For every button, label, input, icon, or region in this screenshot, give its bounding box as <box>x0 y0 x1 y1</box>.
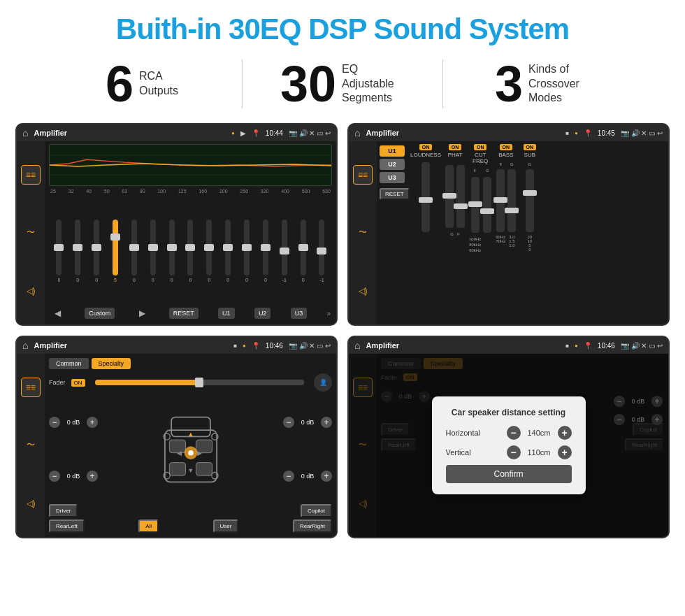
eq-bottom-controls[interactable]: ◀ Custom ▶ RESET U1 U2 U3 » <box>49 303 332 322</box>
eq-graph <box>49 144 332 186</box>
tab-specialty[interactable]: Specialty <box>92 358 131 369</box>
wave-icon-3[interactable]: 〜 <box>21 436 41 455</box>
preset-u3[interactable]: U3 <box>380 172 405 183</box>
phat-slider-f[interactable] <box>456 165 465 228</box>
eq-slider-14[interactable]: -1 <box>313 220 331 282</box>
eq-slider-4[interactable]: 0 <box>125 220 143 282</box>
profile-icon[interactable]: 👤 <box>314 373 332 392</box>
eq-u2-button[interactable]: U2 <box>254 308 271 319</box>
vertical-minus-button[interactable]: − <box>507 445 521 459</box>
screen-crossover: ⌂ Amplifier ■ ● 📍 10:45 📷 🔊 ✕ ▭ ↩ ≡≡ 〜 ◁… <box>347 123 670 326</box>
amp-content-row: U1 U2 U3 RESET ON LOUDNESS <box>377 141 542 324</box>
screen-dialog: ⌂ Amplifier ■ ● 📍 10:46 📷 🔊 ✕ ▭ ↩ ≡≡ 〜 ◁… <box>347 336 670 538</box>
rearright-button[interactable]: RearRight <box>293 520 332 533</box>
svg-text:▲: ▲ <box>187 431 194 438</box>
vol-plus-tr[interactable]: + <box>321 417 332 428</box>
eq-icon-2[interactable]: ≡≡ <box>353 165 373 185</box>
speaker-icon-3[interactable]: ◁) <box>21 494 41 513</box>
screen3-sidebar: ≡≡ 〜 ◁) <box>17 354 45 537</box>
eq-slider-1[interactable]: 0 <box>69 220 87 282</box>
speaker-tabs: Common Specialty <box>49 358 332 369</box>
eq-slider-13[interactable]: 0 <box>294 220 312 282</box>
sub-g-slider[interactable] <box>526 169 534 232</box>
horizontal-stepper: − 140cm + <box>507 426 572 440</box>
vol-minus-tl[interactable]: − <box>49 417 60 428</box>
cutfreq-f-slider[interactable] <box>471 177 480 233</box>
cutfreq-g-slider[interactable] <box>483 177 491 233</box>
tab-common[interactable]: Common <box>49 358 89 369</box>
vol-minus-tr[interactable]: − <box>283 417 294 428</box>
wave-icon[interactable]: 〜 <box>21 223 41 243</box>
wave-icon-2[interactable]: 〜 <box>353 223 373 243</box>
eq-slider-0[interactable]: 0 <box>50 220 68 282</box>
user-button[interactable]: User <box>213 520 239 533</box>
preset-u2[interactable]: U2 <box>380 159 405 170</box>
eq-slider-2[interactable]: 0 <box>88 220 106 282</box>
eq-next-button[interactable]: ▶ <box>135 306 150 320</box>
cutfreq-on[interactable]: ON <box>474 144 487 150</box>
speaker-main: Common Specialty Fader ON 👤 − <box>45 354 336 537</box>
loudness-col: ON LOUDNESS <box>410 144 441 322</box>
amp-controls: ON LOUDNESS ON PHAT <box>408 141 542 324</box>
bass-f-slider[interactable] <box>496 169 505 232</box>
eq-slider-8[interactable]: 0 <box>201 220 218 282</box>
screen-eq: ⌂ Amplifier ● ▶ 📍 10:44 📷 🔊 ✕ ▭ ↩ ≡≡ 〜 ◁… <box>15 123 338 326</box>
screen-speaker: ⌂ Amplifier ■ ● 📍 10:46 📷 🔊 ✕ ▭ ↩ ≡≡ 〜 ◁… <box>15 336 338 538</box>
horizontal-minus-button[interactable]: − <box>507 426 521 440</box>
eq-prev-button[interactable]: ◀ <box>50 306 65 320</box>
vol-value-tl: 0 dB <box>63 419 84 426</box>
confirm-button[interactable]: Confirm <box>446 465 572 483</box>
volume-left: − 0 dB + − 0 dB + <box>49 397 98 501</box>
vol-minus-bl[interactable]: − <box>49 471 60 482</box>
driver-button[interactable]: Driver <box>49 504 78 517</box>
eq-icon[interactable]: ≡≡ <box>21 165 41 185</box>
vertical-plus-button[interactable]: + <box>558 445 572 459</box>
horizontal-plus-button[interactable]: + <box>558 426 572 440</box>
dot-icon-4: ● <box>575 343 578 349</box>
home-icon[interactable]: ⌂ <box>22 127 28 138</box>
loudness-slider[interactable] <box>421 162 430 232</box>
loudness-on[interactable]: ON <box>419 144 433 150</box>
vol-plus-bl[interactable]: + <box>87 471 98 482</box>
speaker-icon-2[interactable]: ◁) <box>353 281 373 301</box>
vol-plus-br[interactable]: + <box>321 471 332 482</box>
home-icon-2[interactable]: ⌂ <box>354 127 360 138</box>
sub-on[interactable]: ON <box>524 144 537 150</box>
topbar-icons: 📷 🔊 ✕ ▭ ↩ <box>289 129 331 137</box>
vol-minus-br[interactable]: − <box>283 471 294 482</box>
bass-on[interactable]: ON <box>500 144 513 150</box>
eq-slider-11[interactable]: 0 <box>257 220 274 282</box>
home-icon-4[interactable]: ⌂ <box>354 340 360 351</box>
eq-icon-3[interactable]: ≡≡ <box>21 378 41 397</box>
fader-on-badge[interactable]: ON <box>71 379 85 387</box>
all-button[interactable]: All <box>138 520 159 533</box>
eq-slider-12[interactable]: -1 <box>275 220 293 282</box>
eq-slider-5[interactable]: 0 <box>144 220 161 282</box>
location-icon-3: 📍 <box>252 342 260 350</box>
dialog-vertical-row: Vertical − 110cm + <box>446 445 572 459</box>
phat-on[interactable]: ON <box>449 144 462 150</box>
eq-slider-10[interactable]: 0 <box>238 220 256 282</box>
stat-eq: 30 EQ Adjustable Segments <box>243 59 442 109</box>
bass-g-slider[interactable] <box>507 169 516 232</box>
eq-slider-9[interactable]: 0 <box>219 220 237 282</box>
crossover-reset-button[interactable]: RESET <box>380 188 410 200</box>
eq-slider-3[interactable]: 5 <box>107 220 124 282</box>
eq-slider-6[interactable]: 0 <box>163 220 180 282</box>
home-icon-3[interactable]: ⌂ <box>22 340 28 351</box>
rearleft-button[interactable]: RearLeft <box>49 520 85 533</box>
eq-u3-button[interactable]: U3 <box>291 308 308 319</box>
vertical-stepper: − 110cm + <box>507 445 572 459</box>
preset-u1[interactable]: U1 <box>380 145 405 157</box>
eq-u1-button[interactable]: U1 <box>218 308 235 319</box>
screen2-content: ≡≡ 〜 ◁) U1 U2 U3 RESET ON LOUDNESS <box>349 141 668 324</box>
eq-sliders[interactable]: 0 0 0 5 0 <box>49 198 332 303</box>
vol-plus-tl[interactable]: + <box>87 417 98 428</box>
screen4-time: 10:46 <box>598 342 615 350</box>
eq-reset-button[interactable]: RESET <box>169 308 199 319</box>
eq-slider-7[interactable]: 0 <box>182 220 199 282</box>
speaker-icon[interactable]: ◁) <box>21 281 41 301</box>
copilot-button[interactable]: Copilot <box>301 504 332 517</box>
eq-custom-button[interactable]: Custom <box>85 308 115 319</box>
phat-slider-g[interactable] <box>445 165 454 228</box>
